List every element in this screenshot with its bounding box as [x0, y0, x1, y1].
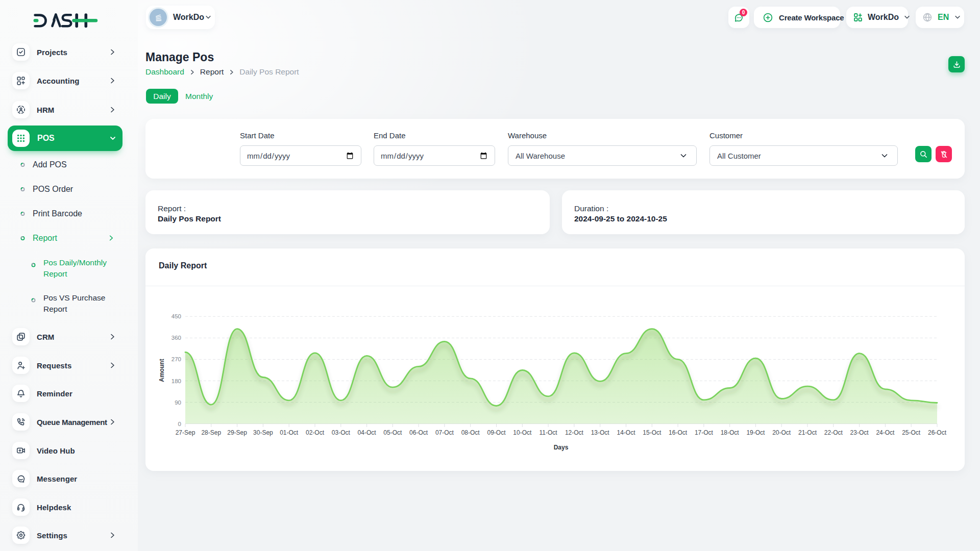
svg-text:90: 90	[175, 399, 181, 406]
svg-text:03-Oct: 03-Oct	[332, 429, 351, 436]
svg-text:01-Oct: 01-Oct	[280, 429, 299, 436]
svg-text:360: 360	[172, 335, 181, 341]
svg-text:11-Oct: 11-Oct	[540, 429, 558, 436]
svg-text:14-Oct: 14-Oct	[617, 429, 635, 436]
svg-text:30-Sep: 30-Sep	[253, 429, 273, 436]
svg-text:23-Oct: 23-Oct	[850, 429, 869, 436]
svg-text:26-Oct: 26-Oct	[928, 429, 947, 436]
svg-text:08-Oct: 08-Oct	[461, 429, 480, 436]
svg-text:28-Sep: 28-Sep	[201, 429, 221, 436]
svg-text:21-Oct: 21-Oct	[798, 429, 817, 436]
svg-text:16-Oct: 16-Oct	[669, 429, 688, 436]
svg-text:270: 270	[172, 356, 181, 362]
svg-text:0: 0	[178, 421, 181, 427]
svg-text:20-Oct: 20-Oct	[772, 429, 791, 436]
svg-text:Days: Days	[554, 444, 569, 451]
svg-text:02-Oct: 02-Oct	[306, 429, 325, 436]
svg-text:450: 450	[172, 313, 181, 319]
svg-text:24-Oct: 24-Oct	[876, 429, 895, 436]
svg-text:12-Oct: 12-Oct	[565, 429, 584, 436]
svg-text:15-Oct: 15-Oct	[643, 429, 662, 436]
svg-text:18-Oct: 18-Oct	[721, 429, 740, 436]
svg-text:05-Oct: 05-Oct	[383, 429, 402, 436]
svg-text:180: 180	[172, 378, 181, 384]
svg-text:29-Sep: 29-Sep	[227, 429, 247, 436]
svg-text:19-Oct: 19-Oct	[746, 429, 765, 436]
svg-text:13-Oct: 13-Oct	[591, 429, 610, 436]
svg-text:09-Oct: 09-Oct	[487, 429, 506, 436]
svg-text:04-Oct: 04-Oct	[358, 429, 377, 436]
svg-text:06-Oct: 06-Oct	[409, 429, 428, 436]
svg-text:22-Oct: 22-Oct	[824, 429, 843, 436]
svg-text:07-Oct: 07-Oct	[435, 429, 454, 436]
svg-text:27-Sep: 27-Sep	[176, 429, 195, 436]
svg-text:25-Oct: 25-Oct	[902, 429, 921, 436]
svg-text:Amount: Amount	[158, 359, 165, 382]
svg-text:17-Oct: 17-Oct	[695, 429, 714, 436]
svg-text:10-Oct: 10-Oct	[513, 429, 532, 436]
